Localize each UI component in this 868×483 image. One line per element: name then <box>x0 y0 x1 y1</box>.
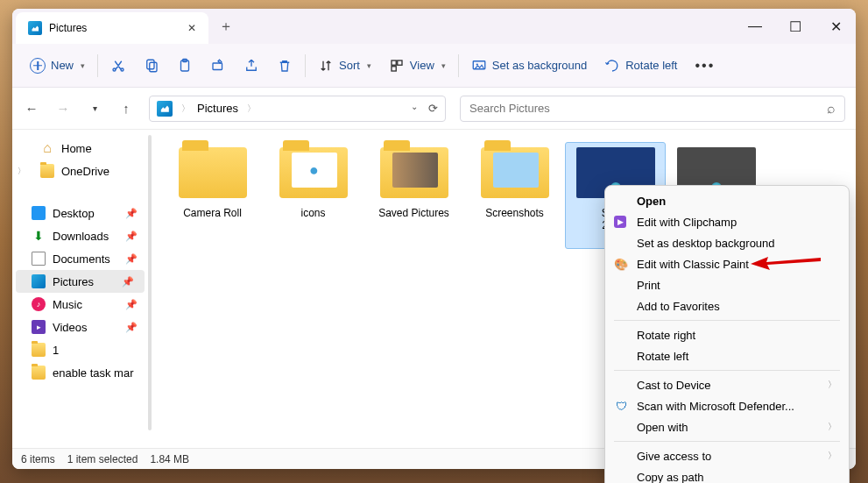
folder-saved-pictures[interactable]: Saved Pictures <box>363 142 464 249</box>
menu-item-cast-to-device[interactable]: Cast to Device〉 <box>605 374 849 395</box>
sidebar-item-videos[interactable]: Videos📌 <box>12 316 148 338</box>
view-icon <box>389 58 405 74</box>
close-tab-icon[interactable]: ✕ <box>187 22 196 34</box>
folder-icon <box>279 147 348 198</box>
menu-item-open[interactable]: Open <box>605 190 849 211</box>
chevron-right-icon: 〉 <box>828 450 836 462</box>
sidebar-home[interactable]: Home <box>12 137 148 160</box>
desktop-icon <box>32 206 46 220</box>
address-dropdown[interactable]: ⌄ <box>411 102 418 115</box>
maximize-button[interactable]: ☐ <box>775 9 815 44</box>
chevron-right-icon[interactable]: 〉 <box>18 166 25 177</box>
rename-button[interactable] <box>201 53 235 79</box>
new-tab-button[interactable]: ＋ <box>208 9 243 44</box>
menu-item-scan-with-microsoft-defender-[interactable]: 🛡Scan with Microsoft Defender... <box>605 395 849 416</box>
cut-button[interactable] <box>102 53 135 79</box>
scissors-icon <box>110 58 126 74</box>
search-input[interactable] <box>469 102 827 115</box>
chevron-down-icon: ▾ <box>367 61 371 70</box>
recent-dropdown[interactable]: ▾ <box>86 103 103 113</box>
more-button[interactable]: ••• <box>686 53 723 79</box>
sidebar-onedrive[interactable]: 〉OneDrive <box>12 160 148 182</box>
svg-rect-1 <box>150 62 157 72</box>
share-icon <box>243 58 259 74</box>
plus-icon <box>30 58 46 74</box>
sort-button[interactable]: Sort ▾ <box>309 53 380 79</box>
refresh-button[interactable]: ⟳ <box>428 102 438 115</box>
window-controls: — ☐ ✕ <box>735 9 856 44</box>
menu-item-rotate-left[interactable]: Rotate left <box>605 345 849 366</box>
svg-rect-0 <box>147 60 154 69</box>
copy-icon <box>144 58 159 74</box>
sidebar-item-1[interactable]: 1 <box>12 338 148 361</box>
folder-icons[interactable]: icons <box>263 142 363 249</box>
menu-item-give-access-to[interactable]: Give access to〉 <box>605 445 849 466</box>
folder-screenshots[interactable]: Screenshots <box>464 142 565 249</box>
download-icon <box>32 229 46 243</box>
sidebar-item-enable-task[interactable]: enable task mar <box>12 361 148 384</box>
address-bar[interactable]: 〉 Pictures 〉 ⌄ ⟳ <box>149 96 446 122</box>
pictures-icon <box>28 21 42 35</box>
search-box[interactable]: ⌕ <box>460 96 845 122</box>
sidebar-item-documents[interactable]: Documents📌 <box>12 247 148 270</box>
folder-icon <box>380 147 448 198</box>
item-count: 6 items <box>21 453 55 465</box>
set-background-button[interactable]: Set as background <box>462 53 596 79</box>
rotate-left-icon <box>604 58 620 74</box>
forward-button[interactable]: → <box>54 101 72 116</box>
tab-title: Pictures <box>49 22 87 34</box>
menu-item-print[interactable]: Print <box>605 274 849 295</box>
up-button[interactable]: ↑ <box>117 101 135 116</box>
view-button[interactable]: View ▾ <box>380 53 455 79</box>
sidebar-item-desktop[interactable]: Desktop📌 <box>12 202 148 224</box>
splitter[interactable] <box>148 130 153 448</box>
menu-item-copy-as-path[interactable]: Copy as path <box>605 466 849 483</box>
menu-item-edit-with-classic-paint[interactable]: 🎨Edit with Classic Paint <box>605 253 849 274</box>
menu-item-set-as-desktop-background[interactable]: Set as desktop background <box>605 232 849 253</box>
chevron-right-icon: 〉 <box>828 421 836 433</box>
navbar: ← → ▾ ↑ 〉 Pictures 〉 ⌄ ⟳ ⌕ <box>12 88 856 130</box>
sidebar: Home 〉OneDrive Desktop📌 Downloads📌 Docum… <box>12 130 148 448</box>
video-icon <box>32 320 46 334</box>
share-button[interactable] <box>235 53 268 79</box>
svg-rect-4 <box>213 63 222 70</box>
folder-camera-roll[interactable]: Camera Roll <box>162 142 263 249</box>
pictures-icon <box>157 101 173 117</box>
search-icon[interactable]: ⌕ <box>827 101 836 117</box>
delete-button[interactable] <box>268 53 301 79</box>
chevron-right-icon: 〉 <box>181 103 190 115</box>
menu-item-add-to-favorites[interactable]: Add to Favorites <box>605 295 849 316</box>
pin-icon: 📌 <box>125 231 138 242</box>
back-button[interactable]: ← <box>23 101 40 116</box>
menu-item-edit-with-clipchamp[interactable]: ▶Edit with Clipchamp <box>605 211 849 232</box>
paste-button[interactable] <box>168 53 201 79</box>
more-icon: ••• <box>695 58 715 74</box>
pin-icon: 📌 <box>125 253 138 265</box>
menu-item-rotate-right[interactable]: Rotate right <box>605 324 849 345</box>
close-button[interactable]: ✕ <box>815 9 856 44</box>
paint-icon: 🎨 <box>614 257 628 271</box>
sidebar-item-downloads[interactable]: Downloads📌 <box>12 224 148 247</box>
chevron-down-icon: ▾ <box>81 61 85 70</box>
tab-pictures[interactable]: Pictures ✕ <box>16 12 208 44</box>
rotate-left-button[interactable]: Rotate left <box>596 53 686 79</box>
copy-button[interactable] <box>135 53 168 79</box>
folder-icon <box>32 343 46 357</box>
pictures-icon <box>32 274 46 288</box>
selection-count: 1 item selected <box>67 453 138 465</box>
sidebar-item-pictures[interactable]: Pictures📌 <box>16 270 145 293</box>
minimize-button[interactable]: — <box>735 9 775 44</box>
titlebar: Pictures ✕ ＋ — ☐ ✕ <box>12 9 856 44</box>
toolbar: New ▾ Sort ▾ View ▾ Set as background Ro… <box>12 44 856 88</box>
folder-icon <box>32 366 46 380</box>
svg-rect-5 <box>392 60 396 65</box>
sidebar-item-music[interactable]: Music📌 <box>12 293 148 316</box>
chevron-down-icon: ▾ <box>441 61 446 70</box>
chevron-right-icon: 〉 <box>247 103 256 115</box>
pin-icon: 📌 <box>125 208 138 219</box>
breadcrumb[interactable]: Pictures <box>197 102 238 115</box>
menu-item-open-with[interactable]: Open with〉 <box>605 416 849 437</box>
new-button[interactable]: New ▾ <box>21 53 94 79</box>
clipboard-icon <box>177 58 193 74</box>
shield-icon: 🛡 <box>614 399 628 413</box>
